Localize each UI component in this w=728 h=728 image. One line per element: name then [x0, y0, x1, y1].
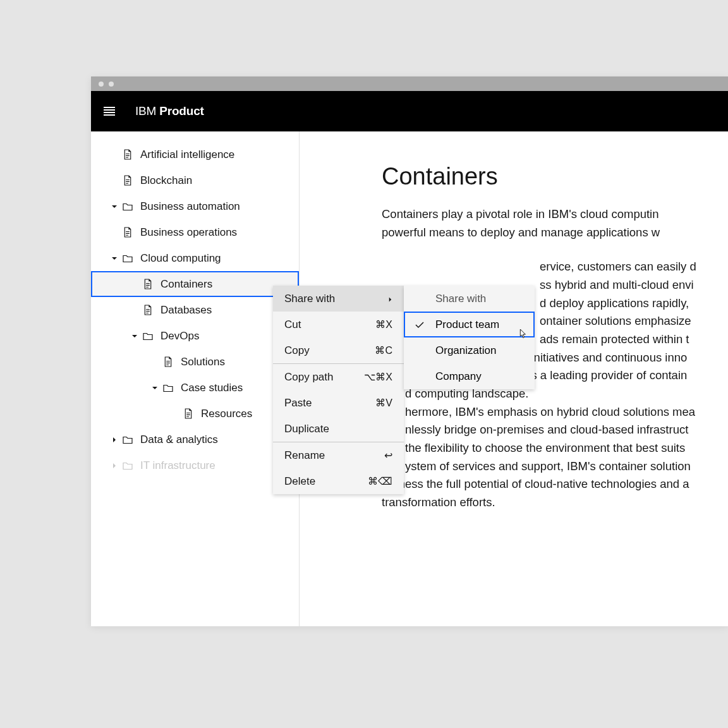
traffic-light-minimize[interactable]: [109, 82, 114, 87]
menu-item-delete[interactable]: Delete⌘⌫: [273, 468, 404, 494]
tree-item-databases[interactable]: Databases: [91, 297, 299, 323]
checkmark-icon: [415, 321, 435, 329]
menu-item-share-with[interactable]: Share with: [273, 286, 404, 312]
tree-item-label: Case studies: [181, 382, 243, 394]
tree-item-artificial-intelligence[interactable]: Artificial intelligence: [91, 142, 299, 167]
expand-chevron-icon[interactable]: [107, 256, 121, 261]
keyboard-shortcut: ⌘V: [375, 397, 392, 409]
tree-item-label: Artificial intelligence: [140, 149, 234, 161]
keyboard-shortcut: ⌘C: [375, 344, 392, 356]
submenu-title: Share with: [404, 286, 535, 312]
tree-item-cloud-computing[interactable]: Cloud computing: [91, 245, 299, 271]
tree-item-label: Solutions: [181, 356, 225, 368]
expand-chevron-icon[interactable]: [107, 437, 121, 442]
submenu-arrow-icon: [388, 293, 392, 305]
menu-item-cut[interactable]: Cut⌘X: [273, 312, 404, 337]
keyboard-shortcut: ⌘⌫: [368, 475, 392, 487]
folder-icon: [162, 382, 174, 393]
share-submenu: Share withProduct teamOrganizationCompan…: [404, 286, 535, 389]
menu-item-label: Rename: [284, 449, 325, 462]
expand-chevron-icon[interactable]: [148, 385, 162, 391]
expand-chevron-icon[interactable]: [107, 204, 121, 209]
menu-item-label: Copy path: [284, 371, 334, 384]
menu-item-label: Paste: [284, 397, 312, 410]
keyboard-shortcut: ↩: [384, 449, 392, 461]
menu-item-label: Cut: [284, 318, 301, 331]
expand-chevron-icon[interactable]: [128, 334, 142, 339]
submenu-item-label: Organization: [435, 344, 496, 357]
tree-item-it-infrastructure[interactable]: IT infrastructure: [91, 452, 299, 478]
folder-icon: [121, 253, 134, 264]
tree-item-label: DevOps: [161, 330, 199, 343]
submenu-item-label: Company: [435, 370, 482, 383]
submenu-item-label: Product team: [435, 318, 499, 331]
menu-item-label: Copy: [284, 344, 310, 357]
file-icon: [162, 356, 174, 367]
file-icon: [121, 175, 134, 186]
tree-item-label: Data & analytics: [140, 434, 218, 446]
file-icon: [182, 408, 195, 419]
menu-item-rename[interactable]: Rename↩: [273, 442, 404, 468]
menu-item-copy-path[interactable]: Copy path⌥⌘X: [273, 364, 404, 390]
tree-item-label: Business operations: [140, 226, 237, 239]
menu-item-paste[interactable]: Paste⌘V: [273, 390, 404, 416]
submenu-item-product-team[interactable]: Product team: [404, 312, 535, 337]
menu-item-label: Duplicate: [284, 423, 329, 435]
tree-item-resources[interactable]: Resources: [91, 401, 299, 427]
traffic-light-close[interactable]: [99, 82, 104, 87]
tree-item-label: Business automation: [140, 200, 240, 213]
expand-chevron-icon[interactable]: [107, 463, 121, 468]
file-icon: [142, 305, 154, 315]
folder-icon: [142, 331, 154, 341]
keyboard-shortcut: ⌘X: [375, 318, 392, 331]
tree-item-data-analytics[interactable]: Data & analytics: [91, 427, 299, 452]
context-menu: Share withCut⌘XCopy⌘CCopy path⌥⌘XPaste⌘V…: [273, 286, 404, 494]
tree-item-case-studies[interactable]: Case studies: [91, 375, 299, 401]
hamburger-icon[interactable]: [104, 107, 115, 116]
folder-icon: [121, 434, 134, 445]
tree-item-label: Containers: [161, 278, 212, 291]
sidebar-tree: Artificial intelligenceBlockchainBusines…: [91, 131, 300, 626]
tree-item-blockchain[interactable]: Blockchain: [91, 167, 299, 193]
tree-item-label: Cloud computing: [140, 252, 221, 265]
tree-item-solutions[interactable]: Solutions: [91, 349, 299, 375]
tree-item-containers[interactable]: Containers: [91, 271, 299, 297]
file-icon: [142, 279, 154, 289]
menu-item-duplicate[interactable]: Duplicate: [273, 416, 404, 442]
submenu-item-company[interactable]: Company: [404, 363, 535, 389]
tree-item-label: IT infrastructure: [140, 459, 215, 472]
folder-icon: [121, 201, 134, 212]
file-icon: [121, 149, 134, 160]
tree-item-label: Resources: [201, 408, 252, 420]
menu-item-label: Delete: [284, 475, 315, 488]
keyboard-shortcut: ⌥⌘X: [364, 371, 392, 383]
tree-item-label: Blockchain: [140, 174, 192, 187]
submenu-item-organization[interactable]: Organization: [404, 337, 535, 363]
tree-item-business-operations[interactable]: Business operations: [91, 219, 299, 245]
menu-item-copy[interactable]: Copy⌘C: [273, 337, 404, 363]
file-icon: [121, 227, 134, 238]
body-paragraph: Containers play a pivotal role in IBM's …: [382, 205, 728, 241]
brand-title: IBM Product: [135, 104, 204, 118]
menu-item-label: Share with: [284, 293, 335, 305]
app-header: IBM Product: [91, 91, 728, 131]
tree-item-business-automation[interactable]: Business automation: [91, 193, 299, 219]
folder-icon: [121, 460, 134, 471]
page-title: Containers: [382, 163, 728, 190]
tree-item-label: Databases: [161, 304, 212, 317]
tree-item-devops[interactable]: DevOps: [91, 323, 299, 349]
window-titlebar: [91, 76, 728, 91]
